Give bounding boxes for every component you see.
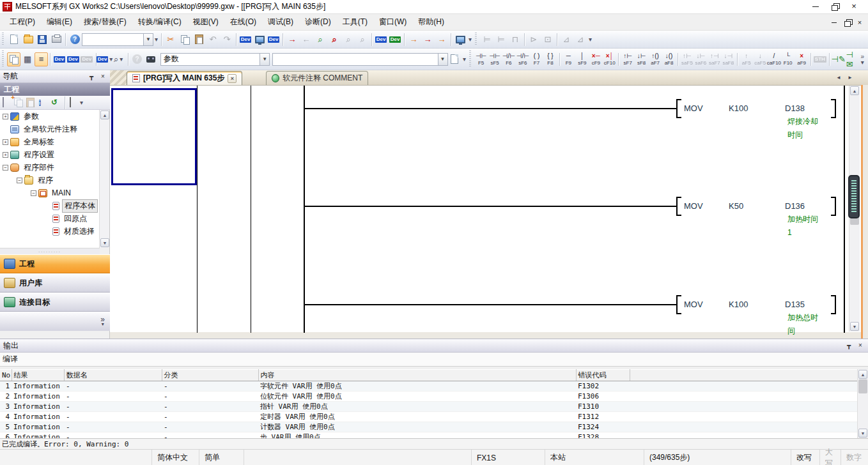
instruction-mnemonic[interactable]: MOV xyxy=(684,201,703,211)
panel-button-connection[interactable]: 连接目标 xyxy=(0,293,110,312)
program-check-button[interactable]: ⌕ xyxy=(313,33,327,47)
instruction-mnemonic[interactable]: MOV xyxy=(684,300,703,309)
menu-help[interactable]: 帮助(H) xyxy=(412,14,450,30)
fn-coil-button[interactable]: ( )F7 xyxy=(530,50,543,69)
output-scroll-thumb[interactable] xyxy=(858,379,867,393)
expand-icon[interactable]: + xyxy=(3,139,8,145)
step-run-button[interactable]: ⊳ xyxy=(527,33,541,47)
device-search-dropdown-icon[interactable]: ▾ xyxy=(118,56,124,62)
plc-write-button[interactable]: → xyxy=(421,33,435,47)
panel-more-bar[interactable]: » ▾ xyxy=(0,312,110,331)
fn-open-branch-button[interactable]: ⊣⊢sF5 xyxy=(488,50,501,69)
col-category[interactable]: 分类 xyxy=(162,370,258,381)
device-search-button[interactable]: ⌕▾ xyxy=(112,52,126,66)
save-project-button[interactable] xyxy=(35,33,49,47)
menu-view[interactable]: 视图(V) xyxy=(187,14,224,30)
mdi-close-icon[interactable]: × xyxy=(856,19,863,26)
tree-item-program-setting[interactable]: + 程序设置 xyxy=(0,148,99,161)
device-memory-button[interactable]: Dev xyxy=(66,52,80,66)
search-combo-arrow-icon[interactable]: ▼ xyxy=(438,54,447,65)
ladder-scroll-down-icon[interactable]: ▼ xyxy=(850,322,859,331)
tree-item-home-position[interactable]: 回原点 xyxy=(0,212,99,225)
device-combo-arrow-icon[interactable]: ▼ xyxy=(260,54,269,65)
fn-toolbar-grip[interactable] xyxy=(469,50,472,67)
instruction-mnemonic[interactable]: MOV xyxy=(684,103,703,113)
output-scrollbar[interactable]: ▲ ▼ xyxy=(857,369,868,438)
ladder-canvas[interactable]: MOV K100 D138 焊接冷却 时间 MOV K50 D136 加热时间 … xyxy=(110,85,861,332)
fn-delete-vline-button[interactable]: ×│cF10 xyxy=(603,50,616,69)
plc-read-button[interactable]: → xyxy=(407,33,421,47)
copy-button[interactable] xyxy=(178,33,192,47)
expand-icon[interactable]: − xyxy=(3,165,8,171)
instruction-source[interactable]: K100 xyxy=(729,300,748,309)
restore-icon[interactable] xyxy=(831,3,839,11)
expand-icon[interactable]: + xyxy=(3,114,8,119)
edit-statement-button[interactable]: ⊣✉ xyxy=(846,52,859,66)
print-button[interactable] xyxy=(49,33,63,47)
menu-diagnostics[interactable]: 诊断(D) xyxy=(299,14,337,30)
quick-access-combo[interactable]: ▼ xyxy=(82,33,153,46)
toolbar-grip2[interactable] xyxy=(475,33,478,47)
verify2-button[interactable]: ⌕ xyxy=(355,33,369,47)
close-icon[interactable]: × xyxy=(850,3,858,11)
panel-resize-grip[interactable]: ......... xyxy=(0,248,100,254)
tab-scroll-left-icon[interactable]: ◄ xyxy=(833,73,844,82)
fn-pulse-close-button[interactable]: ↓⊢saF6 xyxy=(694,50,708,69)
fn-end-line-button[interactable]: └F10 xyxy=(781,50,794,69)
menu-window[interactable]: 窗口(W) xyxy=(373,14,412,30)
ladder-cursor[interactable] xyxy=(111,88,197,185)
fn-edge-down-button[interactable]: ↓caF5 xyxy=(753,50,766,69)
fn-pulse-close-branch-button[interactable]: ↓⊣saF8 xyxy=(722,50,735,69)
tree-item-material-select[interactable]: 材质选择 xyxy=(0,225,99,238)
fn-edge-up-button[interactable]: ↑aF5 xyxy=(740,50,753,69)
fn-pulse-open-branch-button[interactable]: ↑⊣saF7 xyxy=(708,50,721,69)
col-result[interactable]: 结果 xyxy=(12,370,64,381)
device-monitor-button[interactable] xyxy=(252,33,267,47)
sim-pause-button[interactable]: ⊓ xyxy=(508,33,522,47)
new-project-button[interactable] xyxy=(7,33,21,47)
tree-item-parameter[interactable]: + 参数 xyxy=(0,110,99,123)
menu-edit[interactable]: 编辑(E) xyxy=(41,14,78,30)
nav-close-icon[interactable]: × xyxy=(98,72,107,81)
edit-comment-button[interactable]: ⊣✎ xyxy=(832,52,846,66)
fn-closed-branch-button[interactable]: ⊣/⊢sF6 xyxy=(516,50,530,69)
expand-icon[interactable]: − xyxy=(31,190,36,196)
scan-run-button[interactable]: ⊿ xyxy=(559,33,573,47)
find-in-page-button[interactable] xyxy=(448,52,461,66)
program-check2-button[interactable]: ⌕ xyxy=(327,33,341,47)
col-data-name[interactable]: 数据名 xyxy=(64,370,162,381)
tree-scroll-down-icon[interactable]: ▼ xyxy=(100,238,109,247)
output-pin-icon[interactable]: ┳ xyxy=(844,341,853,350)
tree-item-global-label[interactable]: + 全局标签 xyxy=(0,135,99,148)
scan-stop-button[interactable]: ⊿ xyxy=(573,33,587,47)
fn-toolbar-overflow-icon[interactable]: ▾ xyxy=(860,59,865,65)
step-exec-button[interactable]: ⊡ xyxy=(541,33,555,47)
combo-dropdown-icon[interactable]: ▼ xyxy=(143,34,153,45)
search-combo[interactable]: ▼ xyxy=(272,53,447,66)
help-button[interactable]: ? xyxy=(68,33,82,47)
output-close-icon[interactable]: × xyxy=(856,341,865,350)
plc-verify-button[interactable]: → xyxy=(435,33,449,47)
nav-copy-button[interactable] xyxy=(14,98,24,108)
device-write-button[interactable]: Dev xyxy=(388,33,402,47)
sim-start-button[interactable]: ⊨ xyxy=(480,33,494,47)
menu-tool[interactable]: 工具(T) xyxy=(337,14,373,30)
inline-st-button[interactable]: STH xyxy=(813,52,827,66)
comment-display-button[interactable]: ≡ xyxy=(35,52,48,66)
nav-property-button[interactable]: i xyxy=(38,98,49,108)
device-batch-button[interactable]: Dev xyxy=(267,33,281,47)
device-find-button[interactable]: Dev xyxy=(238,33,252,47)
ladder-vertical-scrollbar[interactable]: ▲ ▼ xyxy=(849,86,860,332)
tree-scrollbar[interactable]: ▲ ▼ xyxy=(99,110,109,248)
instruction-destination[interactable]: D136 xyxy=(785,201,805,211)
find-button[interactable] xyxy=(144,52,157,66)
output-row[interactable]: 4 Information - - 定时器 VAR用 使用0点 F1312 xyxy=(0,412,857,422)
device-init-button[interactable]: Dev xyxy=(80,52,93,66)
tree-item-main[interactable]: − MAIN xyxy=(0,187,99,199)
redo-button[interactable]: ↷ xyxy=(220,33,234,47)
nav-paste-button[interactable] xyxy=(26,98,36,108)
menu-project[interactable]: 工程(P) xyxy=(4,14,41,30)
output-row[interactable]: 3 Information - - 指针 VAR用 使用0点 F1310 xyxy=(0,402,857,412)
nav-refresh-button[interactable]: ↺ xyxy=(50,98,61,108)
toolbar-grip[interactable] xyxy=(2,33,5,47)
